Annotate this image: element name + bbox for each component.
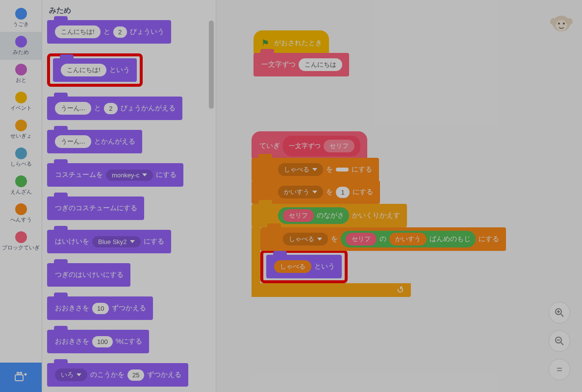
category-looks-label: みため [13, 49, 29, 56]
think-for-num[interactable]: 2 [104, 103, 118, 114]
category-sensing[interactable]: しらべる [0, 144, 42, 172]
svg-point-7 [550, 18, 557, 25]
letter-of-expr[interactable]: セリフ の かいすう ばんめのもじ [341, 231, 476, 247]
block-next-costume[interactable]: つぎのコスチュームにする [47, 196, 144, 220]
script-when-flag[interactable]: ⚑ がおされたとき 一文字ずつ こんにちは [253, 30, 349, 76]
category-sound[interactable]: おと [0, 60, 42, 88]
block-palette: みため こんにちは! と 2 びょういう こんにちは! という うーん... と… [42, 0, 216, 392]
block-change-effect[interactable]: いろ のこうかを 25 ずつかえる [47, 363, 188, 387]
category-sensing-label: しらべる [10, 160, 32, 168]
block-say[interactable]: こんにちは! という [53, 58, 137, 82]
block-say-variable[interactable]: しゃべる という [266, 255, 342, 278]
define-param: セリフ [324, 140, 354, 152]
chevron-down-icon [130, 240, 135, 243]
chevron-down-icon [76, 373, 81, 376]
sprite-watermark-icon [550, 11, 573, 38]
extension-icon [15, 372, 27, 383]
zoom-in-icon [555, 308, 564, 318]
highlight-say-block: こんにちは! という [47, 53, 143, 87]
change-effect-dropdown[interactable]: いろ [55, 368, 87, 381]
say-for-arg[interactable]: こんにちは! [55, 25, 101, 38]
say-for-num[interactable]: 2 [113, 26, 127, 38]
loop-arrow-icon: ↻ [395, 284, 406, 296]
block-change-size[interactable]: おおきさを 10 ずつかえる [47, 296, 153, 320]
workspace[interactable]: ⚑ がおされたとき 一文字ずつ こんにちは ていぎ 一文字ずつ セリフ しゃべる… [216, 0, 582, 392]
category-control[interactable]: せいぎょ [0, 116, 42, 144]
category-myblocks[interactable]: ブロックていぎ [0, 227, 42, 255]
category-sidebar: うごき みため おと イベント せいぎょ しらべる えんざん へんすう ブロック… [0, 0, 42, 392]
set-size-num[interactable]: 100 [92, 336, 113, 347]
block-switch-backdrop[interactable]: はいけいを Blue Sky2 にする [47, 230, 171, 253]
script-define-onechar[interactable]: ていぎ 一文字ずつ セリフ しゃべる を にする かいすう を 1 にする セリ… [252, 131, 582, 297]
category-events-label: イベント [10, 104, 32, 112]
block-set-talk-concat[interactable]: しゃべる を セリフ の かいすう ばんめのもじ にする [260, 227, 506, 251]
block-think[interactable]: うーん... とかんがえる [47, 130, 142, 153]
block-think-for-secs[interactable]: うーん... と 2 びょうかんがえる [47, 97, 182, 120]
block-say-for-secs[interactable]: こんにちは! と 2 びょういう [47, 20, 171, 44]
chevron-down-icon [142, 173, 147, 176]
set-talk-val[interactable] [336, 168, 349, 172]
chevron-down-icon [312, 191, 317, 194]
svg-rect-1 [17, 372, 19, 375]
svg-line-16 [561, 343, 563, 345]
category-myblocks-label: ブロックていぎ [2, 244, 40, 251]
change-effect-num[interactable]: 25 [127, 369, 144, 381]
svg-point-9 [558, 23, 560, 24]
svg-rect-2 [20, 372, 22, 375]
change-size-num[interactable]: 10 [92, 303, 109, 314]
category-looks[interactable]: みため [0, 32, 42, 60]
set-count-var[interactable]: かいすう [278, 186, 323, 198]
palette-scrollbar[interactable] [209, 21, 214, 109]
add-extension-button[interactable] [0, 363, 42, 392]
category-control-label: せいぎょ [10, 132, 32, 140]
switch-backdrop-dropdown[interactable]: Blue Sky2 [92, 236, 141, 247]
block-repeat[interactable]: セリフ のながさ かいくりかえす しゃべる を セリフ の かいすう ばんめのも… [252, 204, 582, 297]
repeat-foot[interactable]: ↻ [252, 283, 411, 297]
zoom-out-icon [555, 336, 564, 346]
category-motion-label: うごき [13, 21, 29, 28]
category-sound-label: おと [16, 76, 26, 84]
svg-point-10 [563, 23, 565, 24]
svg-point-6 [556, 20, 567, 31]
block-call-onechar[interactable]: 一文字ずつ こんにちは [253, 53, 349, 76]
svg-rect-0 [15, 375, 23, 381]
think-arg[interactable]: うーん... [55, 135, 91, 148]
category-variables[interactable]: へんすう [0, 199, 42, 227]
block-switch-costume[interactable]: コスチュームを monkey-c にする [47, 163, 183, 187]
category-operators-label: えんざん [10, 188, 32, 196]
category-motion[interactable]: うごき [0, 4, 42, 32]
green-flag-icon: ⚑ [261, 38, 269, 49]
block-set-size[interactable]: おおきさを 100 %にする [47, 330, 149, 353]
set-talk2-var[interactable]: しゃべる [283, 233, 328, 245]
chevron-down-icon [312, 168, 317, 171]
palette-heading: みため [49, 6, 211, 15]
repeat-count-expr[interactable]: セリフ のながさ [278, 207, 349, 224]
zoom-reset-label: = [557, 364, 562, 375]
zoom-in-button[interactable] [549, 302, 570, 323]
set-count-val[interactable]: 1 [336, 187, 350, 198]
svg-point-8 [566, 18, 573, 25]
block-next-backdrop[interactable]: つぎのはいけいにする [47, 263, 130, 287]
call-onechar-arg[interactable]: こんにちは [299, 58, 342, 71]
chevron-down-icon [317, 238, 322, 241]
category-events[interactable]: イベント [0, 88, 42, 116]
highlight-say-var-block: しゃべる という [260, 250, 348, 283]
zoom-out-button[interactable] [549, 330, 570, 352]
category-operators[interactable]: えんざん [0, 172, 42, 199]
svg-line-12 [561, 314, 563, 317]
zoom-reset-button[interactable]: = [549, 359, 570, 380]
switch-costume-dropdown[interactable]: monkey-c [106, 170, 153, 181]
set-talk-var[interactable]: しゃべる [278, 163, 323, 176]
category-variables-label: へんすう [10, 216, 32, 223]
say-var-reporter[interactable]: しゃべる [274, 260, 311, 273]
zoom-controls: = [549, 302, 570, 380]
say-arg[interactable]: こんにちは! [61, 64, 106, 76]
think-for-arg[interactable]: うーん... [55, 102, 91, 115]
